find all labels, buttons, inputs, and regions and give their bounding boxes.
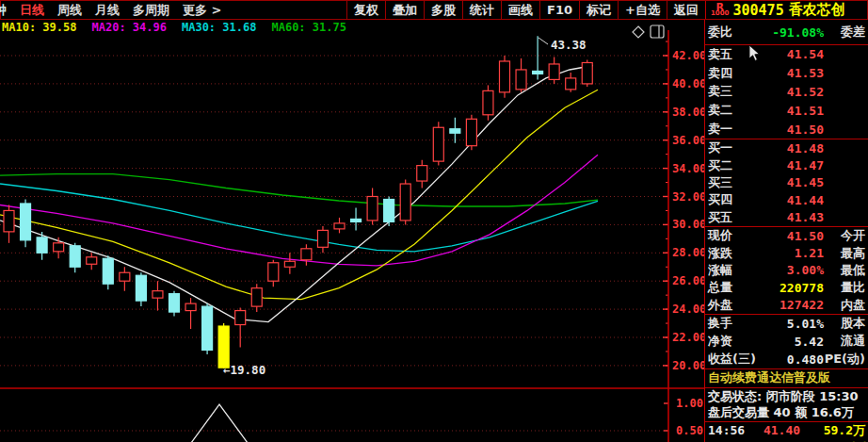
candlestick[interactable] <box>136 272 146 306</box>
candlestick[interactable] <box>268 260 279 286</box>
toolbar-button-多股[interactable]: 多股 <box>424 1 462 19</box>
candlestick[interactable] <box>317 226 328 253</box>
toolbar-button-统计[interactable]: 统计 <box>462 1 501 19</box>
candlestick[interactable] <box>500 56 510 98</box>
tab-周线[interactable]: 周线 <box>57 2 82 19</box>
toolbar-button-复权[interactable]: 复权 <box>346 1 385 19</box>
candlestick[interactable] <box>533 36 543 79</box>
bid-row-value: 41.44 <box>732 193 824 207</box>
candlestick[interactable] <box>120 267 130 290</box>
ma-label: MA20: 34.96 <box>91 21 166 34</box>
quote-row-label: 现价 <box>708 227 732 244</box>
quote-row-label: 涨幅 <box>708 262 732 279</box>
y-axis-label: 32.00 <box>672 190 704 204</box>
candlestick[interactable] <box>54 237 64 258</box>
diamond-icon[interactable] <box>633 26 644 38</box>
panel-toggle-icon[interactable] <box>651 25 664 38</box>
promo-banner-link[interactable]: 自动续费通达信普及版 <box>705 368 868 387</box>
y-axis-label: 40.00 <box>672 77 704 90</box>
candlestick-chart[interactable]: 42.0040.0038.0036.0034.0032.0030.0028.00… <box>0 0 704 442</box>
candlestick[interactable] <box>103 255 113 289</box>
bid-row[interactable]: 买五41.43 <box>705 209 868 226</box>
candlestick[interactable] <box>202 303 213 354</box>
candlestick[interactable] <box>351 207 362 230</box>
ma-line-ma10 <box>0 90 598 299</box>
ask-row[interactable]: 卖二41.51 <box>705 101 868 120</box>
y-axis-label: 30.00 <box>672 218 704 231</box>
ma-label: MA60: 31.75 <box>271 21 346 34</box>
weicha-label: 委差 <box>824 24 865 41</box>
candlestick[interactable] <box>400 180 410 225</box>
candlestick[interactable] <box>433 122 443 165</box>
financial-row-right-label: 股本 <box>824 315 865 332</box>
ask-row[interactable]: 卖一41.50 <box>705 120 868 139</box>
candlestick[interactable] <box>566 73 576 92</box>
bid-row[interactable]: 买二41.47 <box>705 156 868 173</box>
candlestick[interactable] <box>4 205 14 242</box>
tab-minute-partial[interactable]: 钟 <box>0 2 7 19</box>
candlestick[interactable] <box>450 118 460 143</box>
candlestick[interactable] <box>466 115 476 150</box>
ask-row-label: 卖一 <box>708 121 732 138</box>
trade-status: 交易状态: 闭市阶段 15:30 <box>705 388 868 405</box>
candlestick[interactable] <box>301 244 312 265</box>
candlestick[interactable] <box>153 281 163 310</box>
candlestick[interactable] <box>483 85 493 120</box>
bid-row[interactable]: 买四41.44 <box>705 191 868 208</box>
candlestick[interactable] <box>549 57 559 83</box>
quote-row-value: 41.50 <box>732 229 824 243</box>
tab-多周期[interactable]: 多周期 <box>133 2 169 19</box>
candlestick[interactable] <box>21 199 31 247</box>
toolbar-button-+自选[interactable]: +自选 <box>618 1 667 19</box>
bid-row-label: 买五 <box>708 209 732 226</box>
toolbar-buttons: 复权叠加多股统计画线F10标记+自选返回 <box>346 1 705 19</box>
quote-row-label: 涨跌 <box>708 245 732 262</box>
candlestick[interactable] <box>417 160 427 188</box>
candlestick[interactable] <box>384 197 394 226</box>
stock-chart-app: { "toolbar": { "partial_item": "钟", "tab… <box>0 0 868 442</box>
quote-row-value: 220778 <box>732 281 824 295</box>
bid-row[interactable]: 买三41.45 <box>705 174 868 191</box>
toolbar-button-返回[interactable]: 返回 <box>667 1 705 19</box>
tab-月线[interactable]: 月线 <box>95 2 120 19</box>
weibi-value: -91.08% <box>732 25 824 40</box>
tab-日线[interactable]: 日线 <box>20 2 44 19</box>
ask-row[interactable]: 卖四41.53 <box>705 64 868 83</box>
candlestick[interactable] <box>218 323 229 368</box>
ask-row[interactable]: 卖三41.52 <box>705 83 868 102</box>
financial-row-right-label: PE(动) <box>824 351 865 368</box>
tab-更多 >[interactable]: 更多 > <box>183 2 221 19</box>
candlestick[interactable] <box>582 59 592 86</box>
ask-row-label: 卖三 <box>708 83 732 100</box>
ask-row[interactable]: 卖五41.54 <box>705 45 868 64</box>
ask-row-value: 41.52 <box>732 85 824 99</box>
sub-axis-label: 0.50 <box>676 424 703 437</box>
tick-list[interactable]: 14:5641.4059.2万14:5641.4141.0万 <box>705 421 868 442</box>
quote-row: 外盘127422内盘 <box>705 297 868 314</box>
bid-list: 买一41.48买二41.47买三41.45买四41.44买五41.43 <box>705 139 868 226</box>
financial-row-label: 换手 <box>708 315 732 332</box>
toolbar-button-标记[interactable]: 标记 <box>579 1 618 19</box>
candlestick[interactable] <box>284 253 295 273</box>
candlestick[interactable] <box>169 291 180 317</box>
candlestick[interactable] <box>185 298 196 329</box>
y-axis-label: 24.00 <box>672 303 704 316</box>
toolbar-button-画线[interactable]: 画线 <box>501 1 539 19</box>
candlestick[interactable] <box>70 243 80 272</box>
candlestick[interactable] <box>367 188 378 225</box>
candlestick[interactable] <box>235 308 246 348</box>
financial-row-right-label: 流通 <box>824 333 865 350</box>
period-tabs: 钟 日线周线月线多周期更多 > <box>1 1 228 19</box>
toolbar-button-叠加[interactable]: 叠加 <box>385 1 424 19</box>
candlestick[interactable] <box>251 284 262 312</box>
quote-row: 现价41.50今开 <box>705 227 868 244</box>
candlestick[interactable] <box>87 253 97 270</box>
tick-row[interactable]: 14:5641.4059.2万 <box>705 422 868 439</box>
toolbar-button-F10[interactable]: F10 <box>539 1 579 19</box>
bid-row[interactable]: 买一41.48 <box>705 139 868 156</box>
candlestick[interactable] <box>516 58 526 92</box>
financial-row: 收益(三)0.480PE(动) <box>705 351 868 368</box>
candlestick[interactable] <box>334 218 345 233</box>
sub-axis-label: 1.00 <box>676 397 703 410</box>
price-annotation: ←19.80 <box>223 363 265 377</box>
